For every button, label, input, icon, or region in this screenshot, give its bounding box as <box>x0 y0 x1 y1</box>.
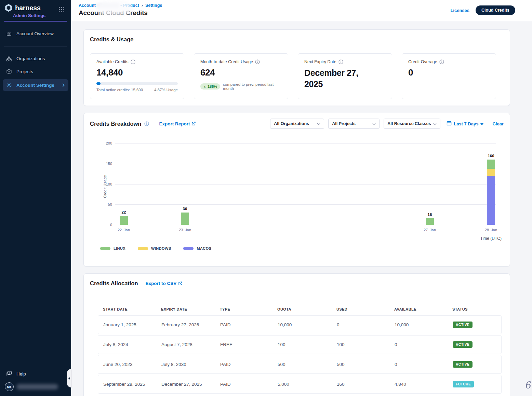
page-title: Account Cloud Credits <box>79 9 148 17</box>
table-cell: 4,840 <box>389 375 448 393</box>
x-tick-label: 28. Jan <box>479 228 503 232</box>
stat-card-overage: Credit Overage0 <box>402 53 496 99</box>
export-csv-link[interactable]: Export to CSV <box>146 281 183 286</box>
x-tick <box>430 225 430 227</box>
avatar-row: NB <box>0 380 71 391</box>
table-cell: 5,000 <box>272 375 332 393</box>
table-cell: September 28, 2025 <box>98 375 156 393</box>
info-icon[interactable] <box>255 59 260 64</box>
breakdown-header: Credits Breakdown Export Report All Orga… <box>90 119 504 129</box>
nav-divider <box>4 46 67 46</box>
bar-segment-linux <box>426 218 434 225</box>
stat-value: 624 <box>200 67 282 78</box>
header-actions: Licenses Cloud Credits <box>450 5 515 15</box>
bar-total-label: 30 <box>173 207 197 211</box>
help-item[interactable]: Help <box>0 368 71 380</box>
export-report-link[interactable]: Export Report <box>159 121 196 126</box>
bar-segment-linux <box>487 160 495 169</box>
calendar-icon <box>447 121 452 127</box>
stat-label: Available Credits <box>96 59 129 64</box>
allocation-title: Credits Allocation <box>90 280 138 287</box>
info-icon[interactable] <box>439 59 444 64</box>
sidebar-item-label: Projects <box>16 69 33 74</box>
x-tick <box>491 225 491 227</box>
table-cell: July 8, 2024 <box>98 336 156 354</box>
chart-legend: LINUXWINDOWSMACOS <box>100 246 211 250</box>
legend-item-linux[interactable]: LINUX <box>100 246 125 250</box>
sidebar-item-organizations[interactable]: Organizations <box>0 52 71 65</box>
bar-stack-22Jan[interactable] <box>120 216 128 225</box>
sidebar-collapse-tab[interactable] <box>67 369 71 387</box>
table-header-cell: AVAILABLE <box>389 305 447 313</box>
sidebar-bottom: Help NB <box>0 368 71 396</box>
page: harness Admin Settings Account OverviewO… <box>0 0 532 396</box>
trend-note: compared to prev. period last month <box>223 82 282 91</box>
clear-filters-button[interactable]: Clear <box>492 121 504 126</box>
stat-card-expiry: Next Expiry DateDecember 27, 2025 <box>298 53 392 99</box>
user-avatar[interactable]: NB <box>5 382 14 391</box>
y-axis-title: Credit Usage <box>103 175 107 198</box>
y-tick-label: 150 <box>98 162 112 166</box>
org-icon <box>6 56 12 62</box>
legend-item-windows[interactable]: WINDOWS <box>138 246 171 250</box>
breadcrumb: Account - Product › Settings <box>79 3 162 8</box>
stat-value: 0 <box>408 67 490 78</box>
table-header-cell: STATUS <box>447 305 502 313</box>
stat-card-available: Available Credits14,840Total active cred… <box>90 53 184 99</box>
stat-footer: Total active credits: 15,6004.87% Usage <box>96 88 178 92</box>
filter-select-resource-classes[interactable]: All Resource Classes <box>384 119 440 129</box>
breadcrumb-product[interactable]: - Product <box>120 3 139 8</box>
legend-swatch <box>183 247 194 250</box>
stat-label: Next Expiry Date <box>304 59 336 64</box>
credits-breakdown-card: Credits Breakdown Export Report All Orga… <box>83 113 510 267</box>
legend-item-macos[interactable]: MACOS <box>183 246 211 250</box>
breadcrumb-account[interactable]: Account <box>79 3 96 8</box>
filter-select-projects[interactable]: All Projects <box>328 119 380 129</box>
date-range-button[interactable]: Last 7 Days <box>447 121 483 127</box>
table-cell: 100 <box>272 336 332 354</box>
x-tick-label: 23. Jan <box>173 228 197 232</box>
trend-value: 186% <box>208 84 217 88</box>
bar-stack-23Jan[interactable] <box>181 213 189 225</box>
breadcrumb-settings[interactable]: Settings <box>145 3 162 8</box>
gridline <box>115 184 496 185</box>
info-icon[interactable] <box>131 59 135 64</box>
licenses-link[interactable]: Licenses <box>450 8 469 13</box>
help-label: Help <box>16 371 26 377</box>
table-cell: PAID <box>215 316 272 334</box>
date-range-label: Last 7 Days <box>454 121 478 126</box>
sidebar-item-account-settings[interactable]: Account Settings <box>3 79 68 91</box>
table-cell: 0 <box>389 355 448 373</box>
content: Credits & Usage Available Credits14,840T… <box>71 21 532 396</box>
bar-stack-28Jan[interactable] <box>487 160 495 225</box>
table-cell: 500 <box>272 355 332 373</box>
header: Account - Product › Settings Account Clo… <box>71 0 532 21</box>
stat-card-mtd: Month-to-date Credit Usage624▲186%compar… <box>194 53 288 99</box>
sidebar-nav: Account OverviewOrganizationsProjectsAcc… <box>0 27 71 91</box>
table-cell: August 7, 2028 <box>156 336 215 354</box>
home-icon <box>6 31 12 37</box>
table-cell: FREE <box>215 336 272 354</box>
trend-badge: ▲186% <box>200 83 220 90</box>
sidebar: harness Admin Settings Account OverviewO… <box>0 0 71 396</box>
table-cell: 100 <box>332 336 389 354</box>
allocation-header: Credits Allocation Export to CSV <box>90 280 182 287</box>
sidebar-item-account-overview[interactable]: Account Overview <box>0 27 71 40</box>
filter-select-organizations[interactable]: All Organizations <box>270 119 324 129</box>
sidebar-item-label: Account Settings <box>16 83 54 88</box>
table-cell: 0 <box>389 336 448 354</box>
credit-usage-chart: Credit Usage Time (UTC) 0501001502002222… <box>115 144 496 225</box>
bar-total-label: 160 <box>479 154 503 158</box>
bar-stack-27Jan[interactable] <box>426 218 434 225</box>
x-tick-label: 27. Jan <box>418 228 442 232</box>
table-cell: 160 <box>332 375 389 393</box>
table-cell: 10,000 <box>389 316 448 334</box>
info-icon[interactable] <box>144 121 149 126</box>
sidebar-item-projects[interactable]: Projects <box>0 65 71 78</box>
bar-segment-windows <box>487 169 495 176</box>
info-icon[interactable] <box>338 59 343 64</box>
cloud-credits-button[interactable]: Cloud Credits <box>476 5 515 15</box>
sidebar-item-label: Account Overview <box>16 31 54 36</box>
legend-label: LINUX <box>114 246 125 250</box>
apps-grid-icon[interactable] <box>58 6 65 13</box>
